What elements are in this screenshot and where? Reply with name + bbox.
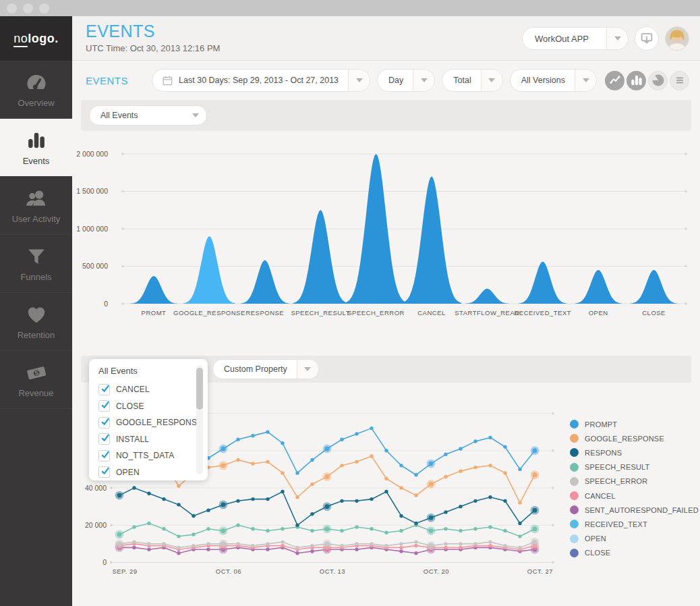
sidebar-item-funnels[interactable]: Funnels <box>0 235 72 293</box>
sidebar-item-retention[interactable]: Retention <box>0 293 72 351</box>
event-option-cancel[interactable]: CANCEL <box>98 381 208 398</box>
data-point-icon[interactable] <box>399 529 403 532</box>
data-point-icon[interactable] <box>518 534 521 538</box>
data-point-icon[interactable] <box>370 454 373 458</box>
data-point-icon[interactable] <box>266 542 269 545</box>
data-point-icon[interactable] <box>459 447 462 450</box>
event-option-install[interactable]: INSTALL <box>98 431 208 448</box>
data-point-icon[interactable] <box>503 445 506 449</box>
legend-item-respons[interactable]: RESPONS <box>570 445 699 460</box>
data-point-icon[interactable] <box>221 502 226 507</box>
data-point-icon[interactable] <box>177 546 180 549</box>
data-point-icon[interactable] <box>370 497 373 501</box>
chevron-down-icon[interactable] <box>348 70 370 91</box>
data-point-icon[interactable] <box>340 544 343 547</box>
app-selector[interactable]: WorkOut APP <box>522 27 629 50</box>
data-point-icon[interactable] <box>236 458 239 462</box>
data-point-icon[interactable] <box>399 486 403 489</box>
select-date-range[interactable]: Last 30 Days: Sep 29, 2013 - Oct 27, 201… <box>152 69 370 92</box>
event-option-open[interactable]: OPEN <box>98 464 208 481</box>
window-button-icon[interactable] <box>39 3 49 13</box>
data-point-icon[interactable] <box>281 540 284 543</box>
data-point-icon[interactable] <box>206 508 210 512</box>
chevron-down-icon[interactable] <box>575 70 596 91</box>
legend-item-google_response[interactable]: GOOGLE_RESPONSE <box>570 431 699 445</box>
data-point-icon[interactable] <box>355 432 358 435</box>
data-point-icon[interactable] <box>444 453 447 456</box>
data-point-icon[interactable] <box>370 542 373 545</box>
data-point-icon[interactable] <box>355 547 358 551</box>
data-point-icon[interactable] <box>518 501 521 504</box>
chevron-down-icon[interactable] <box>413 70 434 91</box>
data-point-icon[interactable] <box>147 547 150 551</box>
data-point-icon[interactable] <box>429 528 434 533</box>
data-point-icon[interactable] <box>132 486 136 489</box>
data-point-icon[interactable] <box>370 426 373 430</box>
data-point-icon[interactable] <box>281 490 284 493</box>
legend-item-speech_result[interactable]: SPEECH_RESULT <box>570 460 699 474</box>
area-peak-cancel[interactable] <box>402 176 461 304</box>
data-point-icon[interactable] <box>117 541 122 546</box>
data-point-icon[interactable] <box>266 460 269 464</box>
data-point-icon[interactable] <box>325 474 330 479</box>
data-point-icon[interactable] <box>414 551 417 555</box>
data-point-icon[interactable] <box>533 540 537 545</box>
data-point-icon[interactable] <box>384 449 388 452</box>
data-point-icon[interactable] <box>355 460 358 464</box>
chevron-down-icon[interactable] <box>606 28 628 49</box>
data-point-icon[interactable] <box>281 441 284 445</box>
data-point-icon[interactable] <box>399 542 403 545</box>
data-point-icon[interactable] <box>488 525 492 528</box>
data-point-icon[interactable] <box>429 543 434 548</box>
data-point-icon[interactable] <box>266 547 269 551</box>
data-point-icon[interactable] <box>206 527 210 530</box>
data-point-icon[interactable] <box>266 430 269 433</box>
data-point-icon[interactable] <box>132 540 136 543</box>
data-point-icon[interactable] <box>473 527 477 530</box>
checkbox-checked-icon[interactable] <box>98 466 110 478</box>
data-point-icon[interactable] <box>177 551 180 555</box>
data-point-icon[interactable] <box>399 464 403 467</box>
data-point-icon[interactable] <box>310 549 314 553</box>
events-select[interactable]: All Events <box>89 105 207 126</box>
data-point-icon[interactable] <box>221 528 226 533</box>
data-point-icon[interactable] <box>221 447 226 451</box>
data-point-icon[interactable] <box>473 542 477 545</box>
data-point-icon[interactable] <box>444 546 447 549</box>
data-point-icon[interactable] <box>192 544 195 547</box>
user-avatar[interactable] <box>665 26 689 51</box>
data-point-icon[interactable] <box>459 505 462 508</box>
data-point-icon[interactable] <box>473 439 477 443</box>
area-peak-received_text[interactable] <box>519 262 567 304</box>
data-point-icon[interactable] <box>310 512 314 516</box>
data-point-icon[interactable] <box>251 497 254 501</box>
data-point-icon[interactable] <box>340 499 343 503</box>
data-point-icon[interactable] <box>310 544 314 547</box>
sidebar-item-events[interactable]: Events <box>0 119 72 177</box>
event-option-no_tts_data[interactable]: NO_TTS_DATA <box>98 447 208 464</box>
legend-item-received_text[interactable]: RECEIVED_TEXT <box>570 517 699 531</box>
data-point-icon[interactable] <box>518 468 521 471</box>
data-point-icon[interactable] <box>488 544 492 547</box>
data-point-icon[interactable] <box>518 522 521 525</box>
data-point-icon[interactable] <box>399 546 403 549</box>
data-point-icon[interactable] <box>295 546 299 549</box>
data-point-icon[interactable] <box>281 544 284 547</box>
data-point-icon[interactable] <box>533 508 537 513</box>
chevron-down-icon[interactable] <box>481 70 502 91</box>
legend-item-close[interactable]: CLOSE <box>570 546 699 560</box>
sidebar-item-revenue[interactable]: $Revenue <box>0 351 72 409</box>
checkbox-checked-icon[interactable] <box>98 433 110 445</box>
checkbox-checked-icon[interactable] <box>98 450 110 462</box>
sidebar-item-user-activity[interactable]: User Activity <box>0 177 72 235</box>
data-point-icon[interactable] <box>236 499 239 503</box>
data-point-icon[interactable] <box>295 495 299 499</box>
data-point-icon[interactable] <box>295 551 299 555</box>
data-point-icon[interactable] <box>429 482 434 487</box>
data-point-icon[interactable] <box>459 546 462 549</box>
legend-item-cancel[interactable]: CANCEL <box>570 489 699 503</box>
data-point-icon[interactable] <box>414 473 417 476</box>
data-point-icon[interactable] <box>414 493 417 497</box>
data-point-icon[interactable] <box>488 495 492 499</box>
data-point-icon[interactable] <box>266 529 269 532</box>
